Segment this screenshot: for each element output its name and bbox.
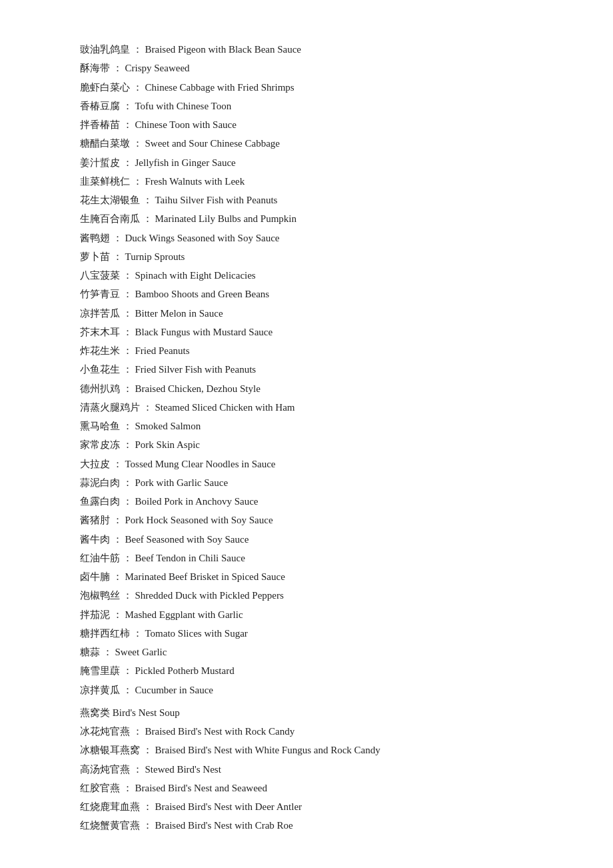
category-header: 燕窝类 Bird's Nest Soup	[80, 703, 533, 722]
menu-item: 德州扒鸡 ： Braised Chicken, Dezhou Style	[80, 379, 533, 398]
menu-item: 糖醋白菜墩 ： Sweet and Sour Chinese Cabbage	[80, 134, 533, 153]
menu-item: 拌茄泥 ： Mashed Eggplant with Garlic	[80, 605, 533, 624]
menu-item: 酱牛肉 ： Beef Seasoned with Soy Sauce	[80, 530, 533, 549]
menu-item: 萝卜苗 ： Turnip Sprouts	[80, 247, 533, 266]
menu-item: 糖拌西红柿 ： Tomato Slices with Sugar	[80, 624, 533, 643]
menu-container: 豉油乳鸽皇 ： Braised Pigeon with Black Bean S…	[80, 40, 533, 835]
menu-item: 卤牛腩 ： Marinated Beef Brisket in Spiced S…	[80, 567, 533, 586]
menu-item: 凉拌苦瓜 ： Bitter Melon in Sauce	[80, 304, 533, 323]
menu-item: 鱼露白肉 ： Boiled Pork in Anchovy Sauce	[80, 492, 533, 511]
menu-item: 香椿豆腐 ： Tofu with Chinese Toon	[80, 97, 533, 115]
menu-item: 姜汁蜇皮 ： Jellyfish in Ginger Sauce	[80, 153, 533, 172]
menu-item: 酱猪肘 ： Pork Hock Seasoned with Soy Sauce	[80, 511, 533, 529]
menu-item: 腌雪里蕻 ： Pickled Potherb Mustard	[80, 661, 533, 680]
menu-item: 糖蒜 ： Sweet Garlic	[80, 643, 533, 661]
menu-item: 红烧蟹黄官燕 ： Braised Bird's Nest with Crab R…	[80, 816, 533, 835]
menu-item: 红胶官燕 ： Braised Bird's Nest and Seaweed	[80, 779, 533, 797]
menu-item: 清蒸火腿鸡片 ： Steamed Sliced Chicken with Ham	[80, 398, 533, 417]
menu-item: 炸花生米 ： Fried Peanuts	[80, 341, 533, 360]
menu-item: 酱鸭翅 ： Duck Wings Seasoned with Soy Sauce	[80, 229, 533, 247]
menu-item: 芥末木耳 ： Black Fungus with Mustard Sauce	[80, 323, 533, 341]
menu-item: 花生太湖银鱼 ： Taihu Silver Fish with Peanuts	[80, 191, 533, 209]
menu-item: 生腌百合南瓜 ： Marinated Lily Bulbs and Pumpki…	[80, 209, 533, 228]
menu-item: 八宝菠菜 ： Spinach with Eight Delicacies	[80, 266, 533, 285]
menu-item: 红油牛筋 ： Beef Tendon in Chili Sauce	[80, 549, 533, 567]
menu-item: 冰花炖官燕 ： Braised Bird's Nest with Rock Ca…	[80, 722, 533, 741]
menu-item: 酥海带 ： Crispy Seaweed	[80, 59, 533, 77]
menu-item: 脆虾白菜心 ： Chinese Cabbage with Fried Shrim…	[80, 78, 533, 97]
menu-item: 韭菜鲜桃仁 ： Fresh Walnuts with Leek	[80, 172, 533, 191]
menu-item: 泡椒鸭丝 ： Shredded Duck with Pickled Pepper…	[80, 586, 533, 605]
menu-item: 凉拌黄瓜 ： Cucumber in Sauce	[80, 681, 533, 699]
menu-item: 高汤炖官燕 ： Stewed Bird's Nest	[80, 760, 533, 779]
menu-item: 红烧鹿茸血燕 ： Braised Bird's Nest with Deer A…	[80, 797, 533, 816]
menu-item: 拌香椿苗 ： Chinese Toon with Sauce	[80, 115, 533, 134]
menu-item: 竹笋青豆 ： Bamboo Shoots and Green Beans	[80, 285, 533, 303]
menu-item: 蒜泥白肉 ： Pork with Garlic Sauce	[80, 473, 533, 492]
menu-item: 豉油乳鸽皇 ： Braised Pigeon with Black Bean S…	[80, 40, 533, 59]
menu-item: 冰糖银耳燕窝 ： Braised Bird's Nest with White …	[80, 741, 533, 759]
menu-item: 家常皮冻 ： Pork Skin Aspic	[80, 435, 533, 454]
menu-item: 熏马哈鱼 ： Smoked Salmon	[80, 417, 533, 435]
menu-item: 大拉皮 ： Tossed Mung Clear Noodles in Sauce	[80, 455, 533, 473]
menu-item: 小鱼花生 ： Fried Silver Fish with Peanuts	[80, 360, 533, 379]
